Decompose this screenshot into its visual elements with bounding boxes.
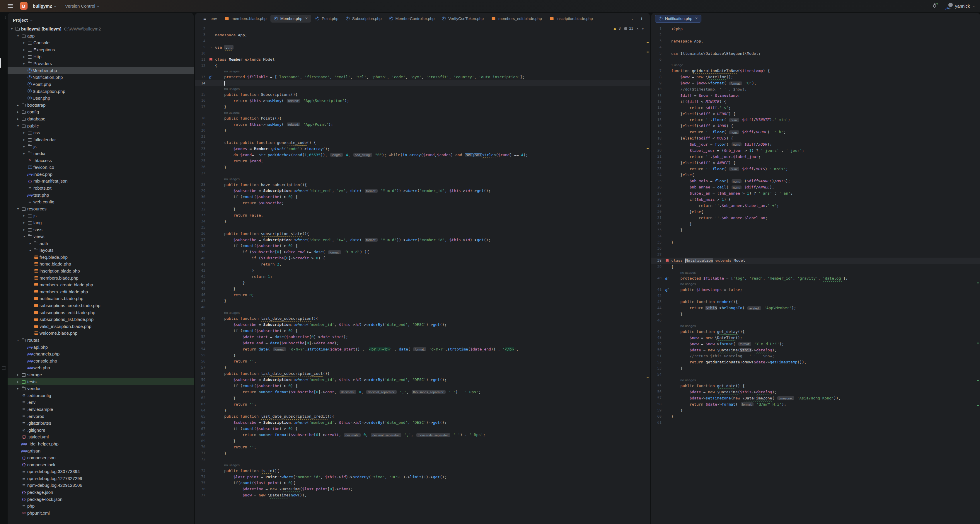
tree-item[interactable]: subscriptions_create.blade.php bbox=[8, 302, 194, 309]
code-line[interactable]: 47 } bbox=[195, 298, 650, 304]
project-widget[interactable]: bullgym2 ⌄ bbox=[30, 2, 59, 10]
code-line[interactable]: 15 public function Subscriptions(){ bbox=[195, 91, 650, 97]
code-line[interactable]: 73 public function is_in(){ bbox=[195, 468, 650, 474]
code-editor-left[interactable]: 23namespace App;45›use ...1011class Memb… bbox=[195, 24, 650, 524]
editor-tab-.env[interactable]: ≡.env bbox=[199, 15, 220, 22]
code-line[interactable]: 31 return ''.$nb_annee.$label_an; bbox=[651, 215, 980, 221]
code-line[interactable]: 42 } bbox=[195, 267, 650, 274]
usages-inlay-row[interactable]: no usages bbox=[651, 377, 980, 383]
code-line[interactable]: 41@ public $timestamps = false; bbox=[651, 287, 980, 293]
chevron-collapsed-icon[interactable]: ▸ bbox=[22, 48, 27, 51]
code-line[interactable]: 14 }elseif($diff < HEURE) { bbox=[651, 111, 980, 117]
tree-item[interactable]: ▸tests bbox=[8, 378, 194, 385]
chevron-collapsed-icon[interactable]: ▸ bbox=[16, 110, 21, 113]
usages-inlay-row[interactable]: no usages bbox=[195, 177, 650, 182]
code-line[interactable]: 45 } bbox=[195, 286, 650, 292]
code-line[interactable]: 34 bbox=[651, 233, 980, 239]
code-line[interactable]: 39{ bbox=[651, 264, 980, 270]
code-line[interactable]: 38class Notification extends Model bbox=[651, 258, 980, 264]
code-line[interactable]: 55 } bbox=[195, 352, 650, 358]
code-line[interactable]: 21 return ''.$nb_jour.$label_jour; bbox=[651, 154, 980, 160]
tree-item[interactable]: CUser.php bbox=[8, 95, 194, 102]
chevron-expanded-icon[interactable]: ▾ bbox=[10, 27, 14, 30]
tree-item[interactable]: phpchannels.php bbox=[8, 350, 194, 358]
code-line[interactable]: 44 return $this->belongsTo( related: 'Ap… bbox=[651, 305, 980, 311]
code-line[interactable]: 13 return $diff.' s'; bbox=[651, 105, 980, 111]
code-editor-right[interactable]: 1<?php23namespace App;45use Illuminate\D… bbox=[651, 24, 980, 524]
code-line[interactable]: 64 } bbox=[195, 407, 650, 414]
code-line[interactable]: 23 $codes = Member::pluck('code')->toarr… bbox=[195, 146, 650, 152]
code-line[interactable]: 67 if (count($subscribe) > 0) { bbox=[195, 425, 650, 432]
editor-tab-Point.php[interactable]: CPoint.php bbox=[312, 15, 342, 22]
code-line[interactable]: 61 return number_format($subscribe[0]->c… bbox=[195, 389, 650, 395]
code-line[interactable]: 43 public function member(){ bbox=[651, 299, 980, 305]
tree-item[interactable]: ≡.env bbox=[8, 399, 194, 406]
tree-item[interactable]: ▸Console bbox=[8, 39, 194, 46]
code-line[interactable]: 25 return $rand; bbox=[195, 158, 650, 164]
tree-item[interactable]: members_create.blade.php bbox=[8, 281, 194, 288]
tree-item[interactable]: ▸layouts bbox=[8, 247, 194, 254]
tree-item[interactable]: ▸js bbox=[8, 143, 194, 150]
code-line[interactable]: 7function getdurationDateToNow($timestam… bbox=[651, 68, 980, 74]
tree-item[interactable]: phpindex.php bbox=[8, 170, 194, 178]
code-line[interactable]: 54 bbox=[651, 371, 980, 377]
tree-item[interactable]: phpartisan bbox=[8, 447, 194, 454]
chevron-expanded-icon[interactable]: ▾ bbox=[22, 235, 27, 238]
code-line[interactable]: 10 bbox=[195, 50, 650, 57]
fold-chevron-icon[interactable]: › bbox=[210, 45, 212, 49]
code-line[interactable]: 65 public function last_date_subscriptio… bbox=[195, 414, 650, 420]
code-line[interactable]: 59 } bbox=[651, 407, 980, 414]
chevron-expanded-icon[interactable]: ▾ bbox=[16, 124, 21, 127]
tree-item[interactable]: ▸lang bbox=[8, 219, 194, 226]
usages-inlay-row[interactable]: no usages bbox=[195, 68, 650, 74]
code-line[interactable]: 70 return ''; bbox=[195, 444, 650, 450]
tree-item[interactable]: members.blade.php bbox=[8, 274, 194, 281]
code-line[interactable]: 42 bbox=[651, 293, 980, 299]
tree-item[interactable]: ▾app bbox=[8, 32, 194, 40]
chevron-expanded-icon[interactable]: ▾ bbox=[16, 207, 21, 210]
editor-tab-inscription.blade.php[interactable]: inscription.blade.php bbox=[546, 15, 596, 22]
tree-item[interactable]: welcome.blade.php bbox=[8, 330, 194, 337]
tree-item[interactable]: subscriptions_list.blade.php bbox=[8, 316, 194, 323]
code-line[interactable]: 32 } bbox=[195, 206, 650, 212]
usages-inlay-row[interactable]: no usages bbox=[195, 86, 650, 91]
chevron-collapsed-icon[interactable]: ▸ bbox=[22, 214, 27, 217]
code-line[interactable]: 19 $nb_jour = floor( num: $diff/JOUR); bbox=[651, 141, 980, 147]
code-line[interactable]: 53 $date_end = date($subscribe[0]->date_… bbox=[195, 340, 650, 346]
tree-item[interactable]: ▾views bbox=[8, 233, 194, 240]
usages-inlay-row[interactable]: no usages bbox=[651, 281, 980, 287]
chevron-expanded-icon[interactable]: ▾ bbox=[16, 34, 21, 38]
code-line[interactable]: 28 if($nb_mois > 1) { bbox=[651, 196, 980, 202]
chevron-expanded-icon[interactable]: ▾ bbox=[16, 339, 21, 342]
code-line[interactable]: 48 $now = new \DateTime(); bbox=[651, 334, 980, 341]
chevron-collapsed-icon[interactable]: ▸ bbox=[22, 152, 27, 155]
code-line[interactable]: 26 } bbox=[195, 164, 650, 170]
code-line[interactable]: 11 $diff = $now - $timestamp; bbox=[651, 92, 980, 99]
hamburger-menu-icon[interactable] bbox=[8, 4, 13, 8]
tree-item[interactable]: {}mix-manifest.json bbox=[8, 178, 194, 185]
tree-item[interactable]: ▸js bbox=[8, 212, 194, 219]
code-line[interactable]: 66 $subscribe = Subscription::where('mem… bbox=[195, 419, 650, 425]
code-line[interactable]: 68 return number_format($subscribe[0]->c… bbox=[195, 432, 650, 438]
code-line[interactable]: 63 return ''; bbox=[195, 401, 650, 407]
code-line[interactable]: 71 } bbox=[195, 450, 650, 456]
tree-item[interactable]: {}package-lock.json bbox=[8, 495, 194, 503]
code-line[interactable]: 29 return ''.$nb_annee.$label_an.' +'; bbox=[651, 202, 980, 209]
code-line[interactable]: 20 $label_jour = ($nb_jour > 1) ? ' jour… bbox=[651, 147, 980, 154]
code-line[interactable]: 47 public function get_delay(){ bbox=[651, 328, 980, 334]
code-line[interactable]: 27 bbox=[195, 170, 650, 177]
code-line[interactable]: 3namespace App; bbox=[651, 38, 980, 44]
tree-item[interactable]: phpweb.php bbox=[8, 364, 194, 371]
scrollbar-warning-mark[interactable] bbox=[647, 52, 649, 53]
code-line[interactable]: 53 } bbox=[651, 365, 980, 371]
tree-item[interactable]: CNotification.php bbox=[8, 74, 194, 81]
editor-tab-members.blade.php[interactable]: members.blade.php bbox=[221, 15, 270, 22]
chevron-collapsed-icon[interactable]: ▸ bbox=[22, 62, 27, 65]
code-line[interactable]: 4 bbox=[195, 38, 650, 44]
tree-item[interactable]: ▸Http bbox=[8, 53, 194, 60]
tree-item[interactable]: ⚙.editorconfig bbox=[8, 392, 194, 399]
tree-item[interactable]: phpapi.php bbox=[8, 344, 194, 350]
tree-item[interactable]: ▸database bbox=[8, 115, 194, 123]
code-line[interactable]: 39 if ($subscribe[0]->date_end >= date( … bbox=[195, 249, 650, 255]
code-line[interactable]: 22 }elseif($diff < ANNEE) { bbox=[651, 160, 980, 166]
